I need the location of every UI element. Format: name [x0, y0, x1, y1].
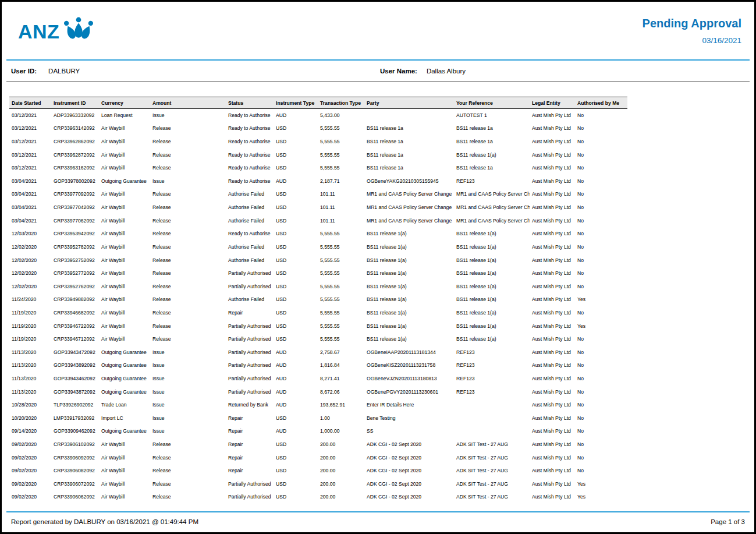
table-cell: MR1 and CAAS Policy Server Change	[364, 201, 454, 214]
table-cell: AUD	[274, 359, 318, 373]
table-cell: USD	[274, 451, 318, 465]
table-cell: 5,555.55	[318, 333, 364, 346]
table-cell: Repair	[226, 306, 274, 320]
table-cell: No	[575, 398, 627, 412]
table-cell: 8,271.41	[318, 372, 364, 386]
table-cell: Partially Authorised	[226, 386, 274, 399]
table-cell: Air Waybill	[99, 188, 150, 201]
table-cell: BS11 release 1(a)	[364, 293, 454, 307]
table-row: 03/04/2021CRP33977092092Air WaybillRelea…	[9, 188, 627, 201]
table-cell: BS11 release 1(a)	[364, 320, 454, 333]
table-cell: MR1 and CAAS Policy Server Cha	[454, 188, 530, 201]
table-cell: USD	[274, 241, 318, 254]
table-cell: CRP33946682092	[51, 306, 99, 320]
table-cell: No	[575, 122, 627, 136]
table-cell: No	[575, 241, 627, 254]
table-cell: Air Waybill	[99, 201, 150, 214]
table-cell: No	[575, 148, 627, 162]
table-cell: Aust Mish Pty Ltd	[530, 412, 575, 425]
table-cell: Authorise Failed	[226, 201, 274, 214]
table-cell: Release	[150, 214, 226, 228]
table-cell: 11/19/2020	[9, 333, 51, 346]
table-cell: Aust Mish Pty Ltd	[530, 464, 575, 478]
user-id-group: User ID:DALBURY	[11, 68, 80, 75]
table-cell: BS11 release 1(a)	[454, 280, 530, 293]
table-row: 03/12/2021CRP33962862092Air WaybillRelea…	[9, 135, 627, 148]
table-cell: 09/02/2020	[9, 438, 51, 451]
table-cell: REF123	[454, 359, 530, 373]
table-cell	[454, 412, 530, 425]
table-cell: GOP33943892092	[51, 359, 99, 373]
table-row: 11/13/2020GOP33943872092Outgoing Guarant…	[9, 386, 627, 399]
table-cell: 09/02/2020	[9, 478, 51, 491]
table-cell: Aust Mish Pty Ltd	[530, 478, 575, 491]
table-cell: Ready to Authorise	[226, 135, 274, 148]
table-cell: Aust Mish Pty Ltd	[530, 161, 575, 175]
table-cell: 101.11	[318, 188, 364, 201]
table-cell: 12/02/2020	[9, 241, 51, 254]
table-cell: Air Waybill	[99, 241, 150, 254]
table-cell: Aust Mish Pty Ltd	[530, 188, 575, 201]
table-cell: BS11 release 1(a)	[364, 241, 454, 254]
table-cell: Bene Testing	[364, 412, 454, 425]
table-cell: BS11 release 1(a)	[454, 267, 530, 280]
table-cell: Aust Mish Pty Ltd	[530, 320, 575, 333]
table-cell: 11/13/2020	[9, 386, 51, 399]
table-cell: Authorise Failed	[226, 254, 274, 267]
table-cell: 200.00	[318, 464, 364, 478]
table-cell: Partially Authorised	[226, 280, 274, 293]
table-cell: No	[575, 109, 627, 122]
table-cell: USD	[274, 227, 318, 241]
user-info-row: User ID:DALBURY User Name:Dallas Albury	[2, 61, 754, 82]
table-cell: Aust Mish Pty Ltd	[530, 293, 575, 307]
table-cell	[454, 425, 530, 438]
table-cell: BS11 release 1a	[364, 135, 454, 148]
table-row: 11/13/2020GOP33943472092Outgoing Guarant…	[9, 346, 627, 359]
table-cell: Release	[150, 161, 226, 175]
table-cell: Yes	[575, 478, 627, 491]
table-cell: 11/13/2020	[9, 372, 51, 386]
table-cell: Aust Mish Pty Ltd	[530, 135, 575, 148]
table-cell: Aust Mish Pty Ltd	[530, 386, 575, 399]
table-cell: 5,433.00	[318, 109, 364, 122]
table-cell: No	[575, 372, 627, 386]
table-cell: 03/04/2021	[9, 188, 51, 201]
table-cell: 5,555.55	[318, 320, 364, 333]
table-cell: Aust Mish Pty Ltd	[530, 267, 575, 280]
table-cell: Release	[150, 267, 226, 280]
table-cell: No	[575, 161, 627, 175]
table-cell: CRP33977092092	[51, 188, 99, 201]
table-cell: ADK SIT Test - 27 AUG	[454, 464, 530, 478]
table-row: 09/14/2020GOP33909462092Outgoing Guarant…	[9, 425, 627, 438]
table-cell: No	[575, 386, 627, 399]
table-cell: Release	[150, 201, 226, 214]
table-cell: USD	[274, 254, 318, 267]
table-cell: BS11 release 1(a)	[454, 293, 530, 307]
table-cell: 1.00	[318, 412, 364, 425]
table-cell: Air Waybill	[99, 148, 150, 162]
table-cell: USD	[274, 438, 318, 451]
table-cell: Release	[150, 320, 226, 333]
table-cell: 12/02/2020	[9, 280, 51, 293]
table-cell: ADK CGI - 02 Sept 2020	[364, 438, 454, 451]
page-title: Pending Approval	[643, 17, 741, 30]
table-cell: CRP33906102092	[51, 438, 99, 451]
table-cell: 5,555.55	[318, 161, 364, 175]
table-cell: Returned by Bank	[226, 398, 274, 412]
table-cell: ADK SIT Test - 27 AUG	[454, 451, 530, 465]
column-header: Instrument ID	[51, 97, 99, 109]
table-cell: 200.00	[318, 438, 364, 451]
table-cell: 11/19/2020	[9, 306, 51, 320]
table-cell: BS11 release 1(a)	[364, 254, 454, 267]
table-cell: BS11 release 1(a)	[364, 280, 454, 293]
table-cell: Outgoing Guarantee	[99, 372, 150, 386]
table-cell: Air Waybill	[99, 438, 150, 451]
table-cell: Release	[150, 188, 226, 201]
table-cell: Yes	[575, 320, 627, 333]
user-name-label: User Name:	[380, 68, 417, 75]
table-cell: BS11 release 1a	[454, 135, 530, 148]
table-cell: 03/04/2021	[9, 201, 51, 214]
user-name-group: User Name:Dallas Albury	[380, 61, 466, 82]
table-cell: Partially Authorised	[226, 478, 274, 491]
table-cell: Ready to Authorise	[226, 175, 274, 188]
